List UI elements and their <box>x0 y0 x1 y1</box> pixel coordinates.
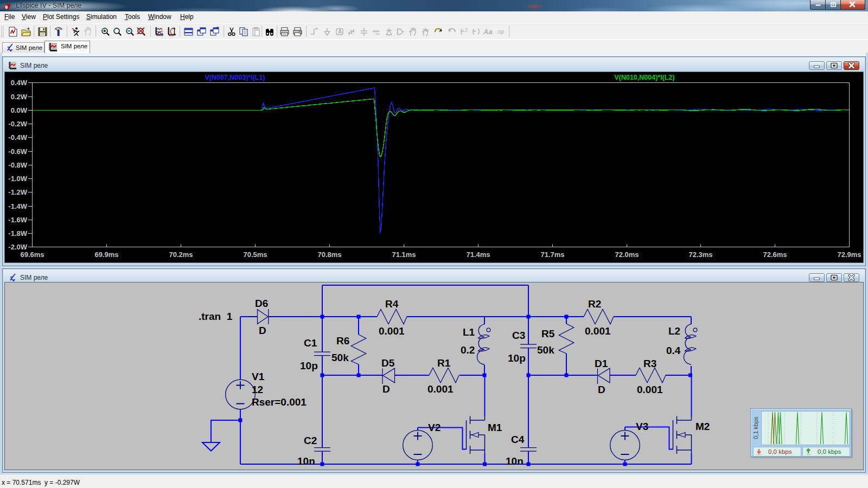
svg-text:L1: L1 <box>463 326 475 338</box>
svg-text:69.6ms: 69.6ms <box>20 251 44 259</box>
svg-text:0.001: 0.001 <box>637 384 663 395</box>
svg-text:71.1ms: 71.1ms <box>392 251 416 259</box>
svg-text:-0.6W: -0.6W <box>8 147 27 156</box>
svg-text:70.8ms: 70.8ms <box>317 251 341 259</box>
svg-text:V(N010,N004)*I(L2): V(N010,N004)*I(L2) <box>614 74 674 81</box>
svg-text:12: 12 <box>252 384 263 395</box>
svg-text:69.9ms: 69.9ms <box>94 251 118 259</box>
svg-text:V1: V1 <box>252 371 265 382</box>
svg-text:R3: R3 <box>643 358 656 369</box>
svg-text:C2: C2 <box>304 435 317 446</box>
svg-text:0.2W: 0.2W <box>11 93 28 101</box>
svg-text:C4: C4 <box>511 434 525 445</box>
svg-text:50k: 50k <box>537 344 554 356</box>
svg-text:V3: V3 <box>636 421 648 432</box>
svg-text:D: D <box>598 384 605 395</box>
svg-text:-1.4W: -1.4W <box>8 202 27 210</box>
svg-text:Aa: Aa <box>483 28 493 36</box>
svg-text:0.2: 0.2 <box>461 344 475 356</box>
svg-text:72.6ms: 72.6ms <box>763 251 787 259</box>
svg-text:-1.8W: -1.8W <box>8 229 27 237</box>
svg-text:A: A <box>338 29 342 35</box>
svg-text:72.9ms: 72.9ms <box>837 251 861 259</box>
svg-text:C1: C1 <box>304 337 317 349</box>
svg-text:R4: R4 <box>385 298 399 310</box>
svg-text:10n: 10n <box>297 455 315 467</box>
svg-text:R5: R5 <box>541 328 555 339</box>
svg-text:D1: D1 <box>595 358 608 369</box>
svg-text:0.001: 0.001 <box>379 325 405 337</box>
svg-text:-1.0W: -1.0W <box>8 175 27 183</box>
svg-text:D5: D5 <box>381 357 395 369</box>
svg-text:70.2ms: 70.2ms <box>169 251 193 259</box>
svg-text:M1: M1 <box>488 422 502 433</box>
svg-text:-0.4W: -0.4W <box>8 133 27 142</box>
svg-text:0.001: 0.001 <box>427 383 454 395</box>
svg-text:-1.6W: -1.6W <box>8 216 27 224</box>
svg-text:D: D <box>382 383 390 395</box>
svg-text:10p: 10p <box>300 360 318 371</box>
svg-text:0.4W: 0.4W <box>11 79 28 87</box>
svg-text:-0.8W: -0.8W <box>8 161 27 169</box>
svg-text:M2: M2 <box>695 421 710 432</box>
svg-text:V2: V2 <box>428 422 441 433</box>
svg-text:72.3ms: 72.3ms <box>688 251 712 259</box>
svg-text:.tran 1: .tran 1 <box>199 311 233 322</box>
svg-text:71.4ms: 71.4ms <box>466 251 490 259</box>
svg-text:C3: C3 <box>512 330 525 341</box>
svg-text:D6: D6 <box>255 298 268 309</box>
svg-text:-1.2W: -1.2W <box>8 188 27 196</box>
svg-text:0.0W: 0.0W <box>11 106 28 114</box>
svg-text:0.001: 0.001 <box>585 325 611 337</box>
svg-text:Rser=0.001: Rser=0.001 <box>252 396 307 408</box>
svg-text:0.4: 0.4 <box>666 345 681 356</box>
svg-text:50k: 50k <box>331 352 349 363</box>
svg-text:-0.2W: -0.2W <box>8 120 27 128</box>
svg-text:D: D <box>259 325 266 336</box>
svg-text:.op: .op <box>496 29 504 35</box>
svg-text:R2: R2 <box>588 298 601 310</box>
svg-text:R1: R1 <box>437 357 451 369</box>
svg-text:10n: 10n <box>506 455 524 467</box>
svg-text:10p: 10p <box>508 352 526 364</box>
svg-text:-2.0W: -2.0W <box>8 243 27 251</box>
svg-text:70.5ms: 70.5ms <box>243 251 267 259</box>
svg-text:72.0ms: 72.0ms <box>615 251 639 259</box>
svg-text:L2: L2 <box>668 325 680 337</box>
svg-text:R6: R6 <box>336 335 349 346</box>
svg-text:71.7ms: 71.7ms <box>540 251 564 259</box>
svg-text:V(N007,N003)*I(L1): V(N007,N003)*I(L1) <box>205 74 265 81</box>
